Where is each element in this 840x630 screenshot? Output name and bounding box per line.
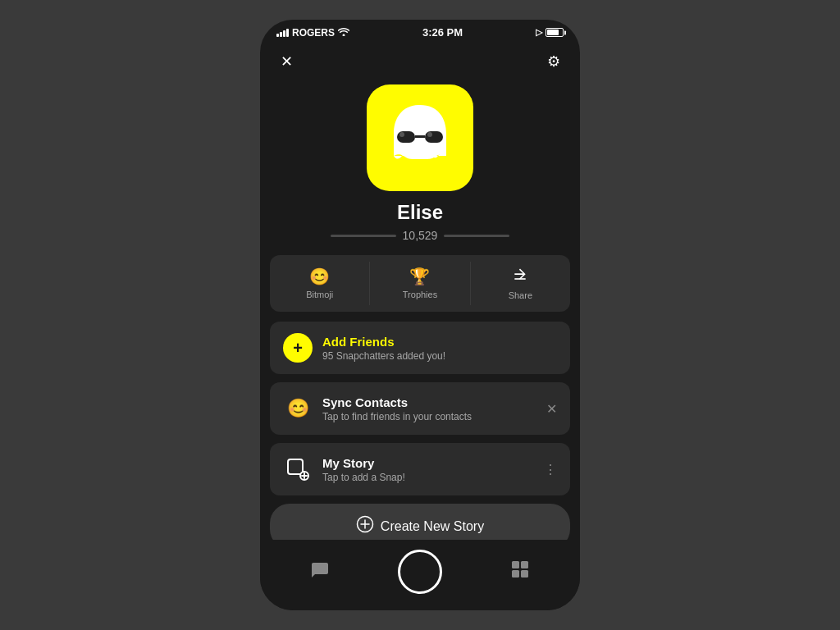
my-story-content: My Story Tap to add a Snap! bbox=[322, 456, 534, 483]
status-left: ROGERS bbox=[276, 27, 349, 39]
add-friends-subtitle: 95 Snapchatters added you! bbox=[322, 350, 557, 362]
svg-rect-2 bbox=[415, 135, 425, 138]
my-story-more[interactable]: ⋮ bbox=[544, 462, 557, 477]
my-story-title: My Story bbox=[322, 456, 534, 470]
location-icon: ▷ bbox=[536, 27, 542, 38]
battery-fill bbox=[547, 30, 559, 35]
svg-rect-5 bbox=[515, 278, 526, 280]
my-story-icon bbox=[283, 454, 313, 484]
battery-indicator bbox=[546, 28, 564, 37]
close-icon: ✕ bbox=[281, 52, 293, 71]
sync-contacts-item[interactable]: 😊 Sync Contacts Tap to find friends in y… bbox=[270, 382, 570, 435]
svg-rect-1 bbox=[425, 131, 443, 143]
status-time: 3:26 PM bbox=[422, 26, 463, 39]
top-bar: ✕ ⚙ bbox=[270, 42, 570, 84]
add-friends-content: Add Friends 95 Snapchatters added you! bbox=[322, 335, 557, 362]
score-divider-right bbox=[444, 235, 509, 237]
svg-rect-13 bbox=[512, 561, 519, 568]
signal-bar-2 bbox=[280, 32, 282, 37]
svg-rect-6 bbox=[288, 459, 303, 474]
sync-contacts-icon: 😊 bbox=[283, 394, 313, 423]
share-icon bbox=[512, 267, 528, 287]
status-right: ▷ bbox=[536, 27, 564, 38]
bottom-nav bbox=[260, 540, 580, 610]
trophies-label: Trophies bbox=[403, 290, 437, 299]
username: Elise bbox=[397, 201, 443, 224]
settings-button[interactable]: ⚙ bbox=[541, 48, 567, 75]
profile-section: Elise 10,529 bbox=[270, 84, 570, 242]
add-friends-item[interactable]: + Add Friends 95 Snapchatters added you! bbox=[270, 322, 570, 374]
svg-rect-0 bbox=[397, 131, 415, 143]
svg-rect-15 bbox=[512, 570, 519, 578]
share-label: Share bbox=[509, 290, 532, 300]
signal-bars bbox=[276, 29, 289, 37]
add-friends-icon: + bbox=[283, 333, 313, 363]
gear-icon: ⚙ bbox=[547, 52, 560, 71]
tab-bitmoji[interactable]: 😊 Bitmoji bbox=[270, 262, 370, 305]
bitmoji-label: Bitmoji bbox=[306, 290, 333, 299]
svg-point-3 bbox=[399, 132, 404, 137]
create-story-button[interactable]: Create New Story bbox=[270, 504, 570, 540]
trophy-icon: 🏆 bbox=[409, 267, 430, 286]
stories-nav-button[interactable] bbox=[510, 559, 530, 584]
svg-rect-16 bbox=[521, 570, 528, 578]
status-bar: ROGERS 3:26 PM ▷ bbox=[260, 20, 580, 42]
wifi-icon bbox=[338, 27, 349, 39]
sync-contacts-dismiss[interactable]: ✕ bbox=[546, 401, 557, 417]
close-button[interactable]: ✕ bbox=[273, 48, 299, 75]
chat-nav-button[interactable] bbox=[310, 559, 330, 584]
create-story-label: Create New Story bbox=[381, 519, 484, 534]
signal-bar-3 bbox=[283, 30, 285, 37]
score-bar: 10,529 bbox=[331, 229, 510, 242]
main-content: ✕ ⚙ bbox=[260, 42, 580, 540]
phone-frame: ROGERS 3:26 PM ▷ ✕ ⚙ bbox=[260, 20, 580, 610]
svg-rect-14 bbox=[521, 561, 528, 568]
snap-score: 10,529 bbox=[403, 229, 438, 242]
create-story-icon bbox=[356, 515, 374, 537]
add-friends-title: Add Friends bbox=[322, 335, 557, 349]
capture-button[interactable] bbox=[398, 550, 442, 594]
tab-trophies[interactable]: 🏆 Trophies bbox=[370, 262, 470, 305]
my-story-item[interactable]: My Story Tap to add a Snap! ⋮ bbox=[270, 443, 570, 495]
tab-share[interactable]: Share bbox=[471, 262, 570, 305]
tab-row: 😊 Bitmoji 🏆 Trophies Share bbox=[270, 255, 570, 312]
avatar[interactable] bbox=[367, 84, 473, 191]
sync-contacts-content: Sync Contacts Tap to find friends in you… bbox=[322, 395, 536, 422]
signal-bar-4 bbox=[286, 29, 289, 37]
carrier-label: ROGERS bbox=[292, 27, 335, 39]
sync-contacts-title: Sync Contacts bbox=[322, 395, 536, 409]
score-divider-left bbox=[331, 235, 396, 237]
sync-contacts-subtitle: Tap to find friends in your contacts bbox=[322, 411, 536, 422]
bitmoji-icon: 😊 bbox=[309, 267, 330, 286]
my-story-subtitle: Tap to add a Snap! bbox=[322, 472, 534, 483]
signal-bar-1 bbox=[276, 34, 279, 37]
svg-point-4 bbox=[427, 132, 432, 137]
ghost-icon bbox=[379, 97, 461, 179]
